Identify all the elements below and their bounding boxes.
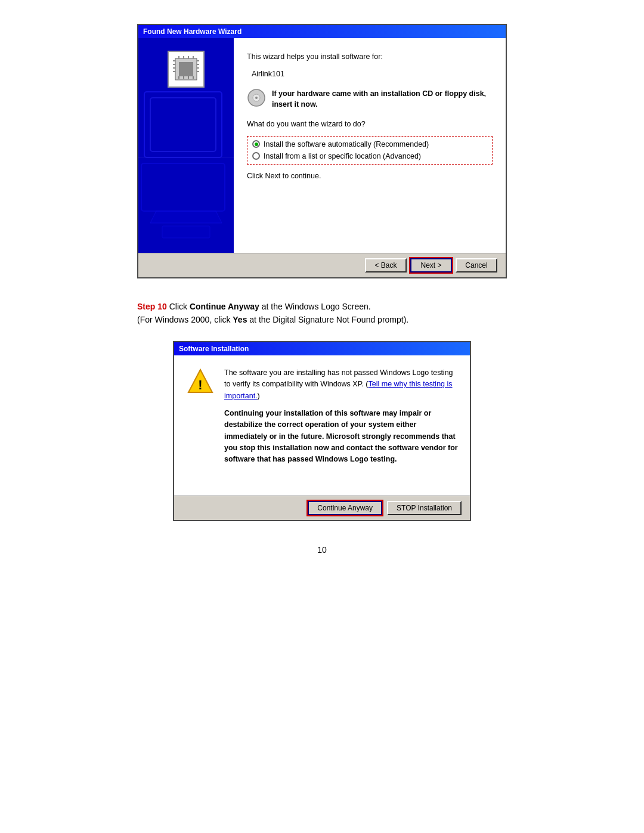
software-install-dialog: Software Installation ! The software you… [173,341,471,521]
radio-auto-button[interactable] [252,140,260,148]
wizard-footer: < Back Next > Cancel [138,253,506,277]
wizard-intro-text: This wizard helps you install software f… [247,51,493,63]
step10-bold2: Yes [233,315,247,324]
found-hardware-dialog: Found New Hardware Wizard [137,24,507,278]
step10-text1: Click [169,302,190,311]
what-do-label: What do you want the wizard to do? [247,119,493,130]
wizard-dialog-body: This wizard helps you install software f… [138,38,506,253]
software-install-footer: Continue Anyway STOP Installation [174,496,470,520]
click-next-text: Click Next to continue. [247,171,493,182]
step10-bold1: Continue Anyway [190,302,259,311]
step-label: Step 10 [137,302,167,311]
cd-hint-box: If your hardware came with an installati… [247,88,493,111]
sidebar-decoration [138,38,234,253]
software-install-titlebar: Software Installation [174,342,470,355]
radio-manual-button[interactable] [252,152,260,160]
software-install-text-area: The software you are installing has not … [224,367,458,496]
cd-icon [247,88,266,110]
back-button[interactable]: < Back [365,258,407,272]
software-install-body: ! The software you are installing has no… [174,355,470,496]
wizard-content-area: This wizard helps you install software f… [234,38,506,253]
wizard-radio-group: Install the software automatically (Reco… [247,136,493,165]
cd-hint-text: If your hardware came with an installati… [272,88,493,111]
svg-marker-5 [150,211,222,223]
wizard-device-name: Airlink101 [252,69,493,80]
wizard-sidebar [138,38,234,253]
soft-spacer [224,472,458,496]
svg-point-28 [255,97,258,99]
radio-option-auto[interactable]: Install the software automatically (Reco… [252,140,487,148]
wizard-wrapper: Found New Hardware Wizard [137,24,507,278]
radio-option-manual[interactable]: Install from a list or specific location… [252,152,487,160]
step10-text2: at the Windows Logo Screen. [259,302,371,311]
svg-rect-6 [162,226,210,238]
svg-rect-9 [179,62,193,76]
step10-line2: (For Windows 2000, click [137,315,233,324]
next-button[interactable]: Next > [410,258,452,272]
software-install-para2: Continuing your installation of this sof… [224,408,458,466]
link-close: ) [258,392,260,400]
stop-installation-button[interactable]: STOP Installation [387,501,462,515]
page-number: 10 [317,545,327,555]
cancel-button[interactable]: Cancel [456,258,497,272]
software-install-wrapper: Software Installation ! The software you… [173,341,471,521]
wizard-titlebar: Found New Hardware Wizard [138,25,506,38]
radio-manual-label: Install from a list or specific location… [264,152,421,160]
radio-auto-label: Install the software automatically (Reco… [264,140,429,148]
software-install-para1: The software you are installing has not … [224,367,458,402]
step10-text3: at the Digital Signature Not Found promp… [247,315,408,324]
continue-anyway-button[interactable]: Continue Anyway [308,501,382,515]
software-install-title: Software Installation [179,345,249,353]
svg-text:!: ! [198,377,202,392]
wizard-title: Found New Hardware Wizard [143,27,242,36]
step10-instruction: Step 10 Click Continue Anyway at the Win… [137,300,507,327]
warning-icon: ! [186,367,215,496]
